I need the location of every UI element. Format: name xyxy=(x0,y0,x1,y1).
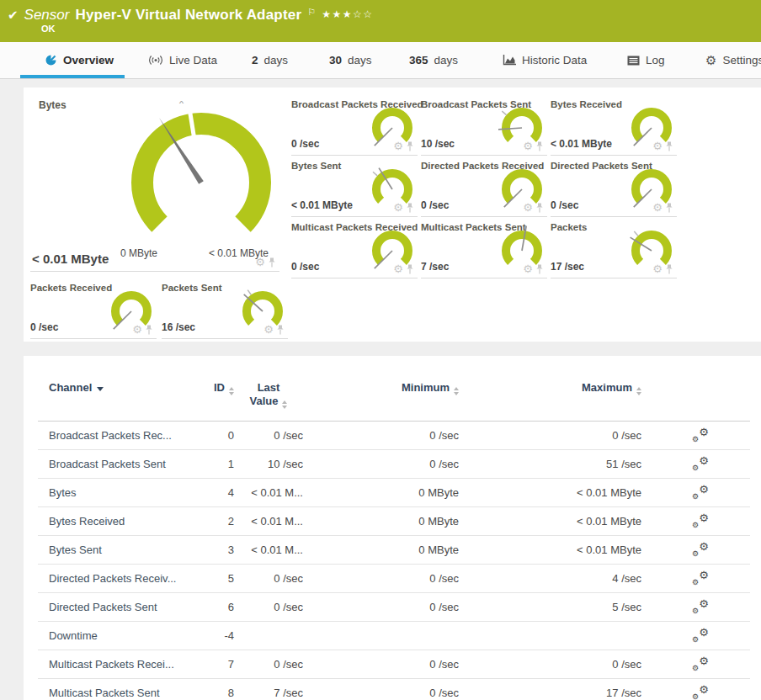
channel-settings-icon[interactable]: ⚙⚙ xyxy=(692,628,709,641)
table-row[interactable]: Broadcast Packets Rec...00 /sec0 /sec0 /… xyxy=(38,422,750,450)
channel-last-value: < 0.01 M... xyxy=(234,536,303,565)
gear-icon[interactable]: ⚙ xyxy=(652,202,663,213)
gear-icon[interactable]: ⚙ xyxy=(523,263,533,274)
pin-icon[interactable] xyxy=(665,264,673,274)
column-header-minimum[interactable]: Minimum xyxy=(303,373,459,422)
channel-link[interactable]: Multicast Packets Recei... xyxy=(38,650,206,679)
channel-link[interactable]: Bytes xyxy=(38,479,206,507)
channel-settings-icon[interactable]: ⚙⚙ xyxy=(692,656,709,670)
row-spacer xyxy=(709,536,750,565)
gear-icon[interactable]: ⚙ xyxy=(652,141,663,151)
channel-settings-icon[interactable]: ⚙⚙ xyxy=(692,570,709,584)
channel-last-value: < 0.01 M... xyxy=(234,479,303,507)
tab-label: days xyxy=(434,54,459,66)
channel-id: 3 xyxy=(206,536,234,565)
priority-star-rating[interactable]: ★★★☆☆ xyxy=(322,8,373,20)
channel-link[interactable]: Bytes Received xyxy=(38,507,206,536)
average-marker xyxy=(247,290,251,295)
table-row[interactable]: Directed Packets Receiv...50 /sec0 /sec4… xyxy=(38,565,750,593)
table-row[interactable]: Broadcast Packets Sent110 /sec0 /sec51 /… xyxy=(38,450,750,479)
channel-link[interactable]: Directed Packets Sent xyxy=(38,593,206,622)
pin-icon[interactable] xyxy=(535,141,544,151)
pin-icon[interactable] xyxy=(276,325,285,335)
gear-icon[interactable]: ⚙ xyxy=(523,202,533,213)
channel-settings-icon[interactable]: ⚙⚙ xyxy=(692,685,709,698)
tab-365-days[interactable]: 365 days xyxy=(409,42,458,78)
gear-icon: ⚙ xyxy=(705,53,716,68)
channel-maximum: 0 /sec xyxy=(459,650,641,679)
sort-icon xyxy=(282,400,287,409)
channel-link[interactable]: Downtime xyxy=(38,622,206,650)
gear-icon[interactable]: ⚙ xyxy=(132,324,142,335)
channel-settings-icon[interactable]: ⚙⚙ xyxy=(692,599,709,612)
tab-overview[interactable]: Overview xyxy=(20,42,125,78)
channel-id: 0 xyxy=(206,422,234,450)
row-spacer xyxy=(709,450,750,479)
channel-settings-icon[interactable]: ⚙⚙ xyxy=(692,513,709,527)
pin-icon[interactable] xyxy=(665,203,673,213)
pin-icon[interactable] xyxy=(145,325,153,335)
gear-icon[interactable]: ⚙ xyxy=(393,202,403,213)
gear-icon[interactable]: ⚙ xyxy=(255,257,265,268)
channel-maximum: < 0.01 MByte xyxy=(459,536,641,565)
table-header-row: Channel ID LastValue Minimum Maximum xyxy=(38,373,750,422)
channel-link[interactable]: Directed Packets Receiv... xyxy=(38,565,206,593)
gear-icon[interactable]: ⚙ xyxy=(393,141,403,151)
table-row[interactable]: Multicast Packets Recei...70 /sec0 /sec0… xyxy=(38,650,750,679)
tab-historic-data[interactable]: Historic Data xyxy=(503,42,587,78)
sort-icon xyxy=(636,387,641,395)
tab-settings[interactable]: ⚙ Settings xyxy=(705,42,761,78)
gear-icon[interactable]: ⚙ xyxy=(263,324,274,335)
stars-empty: ☆☆ xyxy=(353,8,374,20)
row-spacer xyxy=(709,622,750,650)
tab-30-days[interactable]: 30 days xyxy=(329,42,372,78)
channel-id: 7 xyxy=(206,650,234,679)
channel-link[interactable]: Bytes Sent xyxy=(38,536,206,565)
tab-2-days[interactable]: 2 days xyxy=(252,42,288,78)
gear-icon[interactable]: ⚙ xyxy=(523,141,533,151)
gear-icon[interactable]: ⚙ xyxy=(393,263,403,274)
channel-minimum: 0 /sec xyxy=(303,450,459,479)
table-row[interactable]: Directed Packets Sent60 /sec0 /sec5 /sec… xyxy=(38,593,750,622)
status-ok-check-icon: ✔ xyxy=(8,8,19,23)
tab-log[interactable]: Log xyxy=(627,42,665,78)
pin-icon[interactable] xyxy=(268,257,276,268)
table-row[interactable]: Bytes Sent3< 0.01 M...0 MByte< 0.01 MByt… xyxy=(38,536,750,565)
channel-settings-icon[interactable]: ⚙⚙ xyxy=(692,456,709,469)
channel-settings-icon[interactable]: ⚙⚙ xyxy=(692,427,709,441)
channel-link[interactable]: Broadcast Packets Sent xyxy=(38,450,206,479)
channel-link[interactable]: Broadcast Packets Rec... xyxy=(38,422,206,450)
tab-live-data[interactable]: Live Data xyxy=(148,42,217,78)
tab-number: 30 xyxy=(329,54,342,66)
channel-id: 1 xyxy=(206,450,234,479)
table-row[interactable]: Bytes4< 0.01 M...0 MByte< 0.01 MByte⚙⚙ xyxy=(38,479,750,507)
tab-label: Overview xyxy=(63,54,114,66)
column-header-maximum[interactable]: Maximum xyxy=(459,373,641,422)
flag-icon[interactable]: ⚐ xyxy=(307,7,316,18)
row-spacer xyxy=(709,507,750,536)
channel-maximum: 0 /sec xyxy=(459,422,641,450)
channel-id: 8 xyxy=(206,679,234,700)
table-row[interactable]: Bytes Received2< 0.01 M...0 MByte< 0.01 … xyxy=(38,507,750,536)
channel-settings-icon[interactable]: ⚙⚙ xyxy=(692,485,709,498)
gauge-title: Bytes xyxy=(39,99,67,111)
pin-icon[interactable] xyxy=(406,203,414,213)
column-header-id[interactable]: ID xyxy=(206,373,234,422)
pin-icon[interactable] xyxy=(665,141,673,151)
table-row[interactable]: Multicast Packets Sent87 /sec0 /sec17 /s… xyxy=(38,679,750,700)
channel-link[interactable]: Multicast Packets Sent xyxy=(38,679,206,700)
pin-icon[interactable] xyxy=(406,141,414,151)
tab-label: Settings xyxy=(722,54,761,66)
pin-icon[interactable] xyxy=(406,264,414,274)
table-row[interactable]: Downtime-4⚙⚙ xyxy=(38,622,750,650)
channels-table: Channel ID LastValue Minimum Maximum Bro… xyxy=(38,373,750,700)
pin-icon[interactable] xyxy=(535,264,544,274)
pin-icon[interactable] xyxy=(535,203,544,213)
column-header-channel[interactable]: Channel xyxy=(38,373,206,422)
channel-settings-icon[interactable]: ⚙⚙ xyxy=(692,542,709,555)
channel-maximum: 51 /sec xyxy=(459,450,641,479)
gear-icon[interactable]: ⚙ xyxy=(652,263,663,274)
channel-maximum: 5 /sec xyxy=(459,593,641,622)
tab-label: Log xyxy=(646,54,665,66)
column-header-last-value[interactable]: LastValue xyxy=(234,373,303,422)
